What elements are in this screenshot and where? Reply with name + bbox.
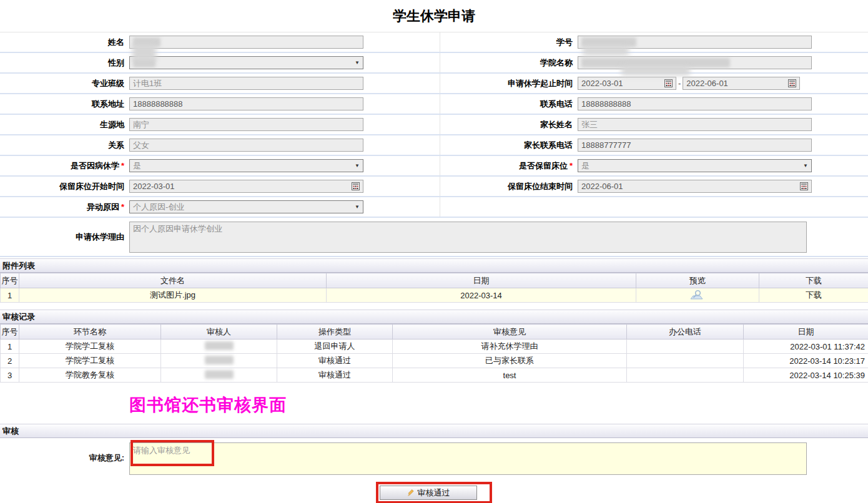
annotation-text: 图书馆还书审核界面: [129, 394, 868, 416]
calendar-icon[interactable]: [352, 182, 360, 190]
approve-button[interactable]: 审核通过: [380, 486, 477, 500]
name-input[interactable]: [129, 36, 363, 49]
attachment-date: 2022-03-14: [327, 288, 636, 303]
form-row: 异动原因* 个人原因-创业▼: [0, 197, 868, 218]
attachment-row: 1 测试图片.jpg 2022-03-14 下载: [1, 288, 868, 303]
col-date: 日期: [744, 325, 868, 339]
col-no: 序号: [1, 325, 19, 339]
attachments-header-row: 序号 文件名 日期 预览 下载: [1, 273, 868, 288]
relation-input[interactable]: 父女: [129, 139, 363, 152]
form-row: 是否因病休学* 是▼ 是否保留床位* 是▼: [0, 156, 868, 177]
form-row: 联系地址 18888888888 联系电话 18888888888: [0, 94, 868, 115]
review-row: 1 学院学工复核 退回申请人 请补充休学理由 2022-03-01 11:37:…: [1, 339, 868, 354]
origin-input[interactable]: 南宁: [129, 118, 363, 131]
attachment-preview-cell[interactable]: [636, 288, 759, 303]
audit-opinion-textarea[interactable]: [129, 442, 807, 475]
keep-bed-label: 是否保留床位: [519, 161, 568, 170]
form-row: 生源地 南宁 家长姓名 张三: [0, 115, 868, 135]
col-reviewer: 审核人: [161, 325, 277, 339]
college-input[interactable]: [578, 56, 812, 69]
sick-leave-select[interactable]: 是▼: [129, 159, 363, 172]
form-row: 性别 ▼ 学院名称: [0, 53, 868, 74]
calendar-icon[interactable]: [788, 79, 796, 87]
review-records-table: 序号 环节名称 审核人 操作类型 审核意见 办公电话 日期 1 学院学工复核 退…: [0, 324, 868, 383]
bed-start-label: 保留床位开始时间: [59, 182, 124, 191]
annotation-red-box: 审核通过: [376, 482, 492, 503]
page-title: 学生休学申请: [0, 0, 868, 32]
approve-button-label: 审核通过: [418, 487, 450, 499]
parent-name-input[interactable]: 张三: [578, 118, 812, 131]
col-download: 下载: [759, 273, 868, 288]
chevron-down-icon: ▼: [355, 163, 360, 168]
keep-bed-select[interactable]: 是▼: [578, 159, 812, 172]
leave-reason-label: 申请休学理由: [76, 232, 124, 242]
redacted-value: [205, 356, 234, 364]
sick-leave-label: 是否因病休学: [71, 161, 119, 170]
date-range-separator: -: [678, 79, 681, 88]
form-row: 申请休学理由 因个人原因申请休学创业: [0, 218, 868, 257]
required-marker: *: [121, 202, 124, 212]
attachments-section-title: 附件列表: [0, 258, 868, 273]
col-preview: 预览: [636, 273, 759, 288]
col-step: 环节名称: [19, 325, 161, 339]
contact-phone-label: 联系电话: [540, 99, 573, 109]
redacted-blur: [621, 66, 690, 76]
audit-section: 审核意见: 审核通过: [0, 438, 868, 503]
review-row: 3 学院教务复核 审核通过 test 2022-03-14 10:25:39: [1, 368, 868, 383]
audit-opinion-label: 审核意见:: [0, 442, 129, 475]
redacted-value: [205, 370, 234, 379]
col-office-phone: 办公电话: [627, 325, 744, 339]
bed-end-label: 保留床位结束时间: [508, 182, 573, 191]
attachment-no: 1: [1, 288, 19, 303]
audit-section-title: 审核: [0, 424, 868, 438]
form-row: 保留床位开始时间 2022-03-01 保留床位结束时间 2022-06-01: [0, 177, 868, 197]
col-opinion: 审核意见: [393, 325, 627, 339]
bed-end-date-input[interactable]: 2022-06-01: [578, 180, 812, 193]
class-label: 专业班级: [92, 79, 124, 88]
download-link[interactable]: 下载: [806, 290, 822, 300]
gender-select[interactable]: ▼: [129, 56, 363, 69]
leave-start-date-input[interactable]: 2022-03-01: [578, 77, 676, 90]
col-no: 序号: [1, 273, 19, 288]
pencil-icon: [407, 489, 415, 497]
parent-phone-label: 家长联系电话: [524, 140, 573, 150]
redacted-blur: [583, 46, 629, 56]
chevron-down-icon: ▼: [355, 204, 360, 210]
redacted-value: [205, 341, 234, 350]
leave-period-label: 申请休学起止时间: [508, 79, 573, 88]
contact-address-input[interactable]: 18888888888: [129, 97, 363, 110]
form-row: 专业班级 计电1班 申请休学起止时间 2022-03-01 - 2022-06-…: [0, 74, 868, 94]
application-form: 姓名 学号 性别 ▼ 学院名称 专业班级 计电1班: [0, 32, 868, 257]
review-header-row: 序号 环节名称 审核人 操作类型 审核意见 办公电话 日期: [1, 325, 868, 339]
bed-start-date-input[interactable]: 2022-03-01: [129, 180, 363, 193]
reviewer-redacted: [161, 368, 277, 383]
form-row: 关系 父女 家长联系电话 18888777777: [0, 135, 868, 156]
student-id-label: 学号: [556, 37, 573, 47]
col-action: 操作类型: [277, 325, 393, 339]
student-leave-application-page: 学生休学申请 姓名 学号 性别 ▼ 学院名称 专业班级: [0, 0, 868, 503]
relation-label: 关系: [108, 140, 124, 150]
change-reason-label: 异动原因: [87, 202, 119, 212]
parent-name-label: 家长姓名: [540, 120, 573, 129]
origin-label: 生源地: [100, 120, 124, 129]
review-row: 2 学院学工复核 审核通过 已与家长联系 2022-03-14 10:23:17: [1, 354, 868, 368]
change-reason-select[interactable]: 个人原因-创业▼: [129, 200, 363, 213]
redacted-blur: [132, 44, 156, 61]
contact-phone-input[interactable]: 18888888888: [578, 97, 812, 110]
class-input[interactable]: 计电1班: [129, 77, 363, 90]
col-filename: 文件名: [19, 273, 327, 288]
leave-reason-textarea[interactable]: 因个人原因申请休学创业: [129, 222, 807, 253]
leave-end-date-input[interactable]: 2022-06-01: [683, 77, 800, 90]
redacted-value: [581, 37, 636, 47]
preview-magnifier-icon[interactable]: [691, 290, 704, 300]
calendar-icon[interactable]: [800, 182, 808, 190]
attachments-table: 序号 文件名 日期 预览 下载 1 测试图片.jpg 2022-03-14 下载: [0, 273, 868, 303]
review-records-section-title: 审核记录: [0, 310, 868, 324]
gender-label: 性别: [108, 58, 124, 67]
parent-phone-input[interactable]: 18888777777: [578, 139, 812, 152]
calendar-icon[interactable]: [664, 79, 673, 87]
college-label: 学院名称: [540, 58, 573, 67]
reviewer-redacted: [161, 339, 277, 354]
chevron-down-icon: ▼: [355, 60, 360, 66]
col-date: 日期: [327, 273, 636, 288]
